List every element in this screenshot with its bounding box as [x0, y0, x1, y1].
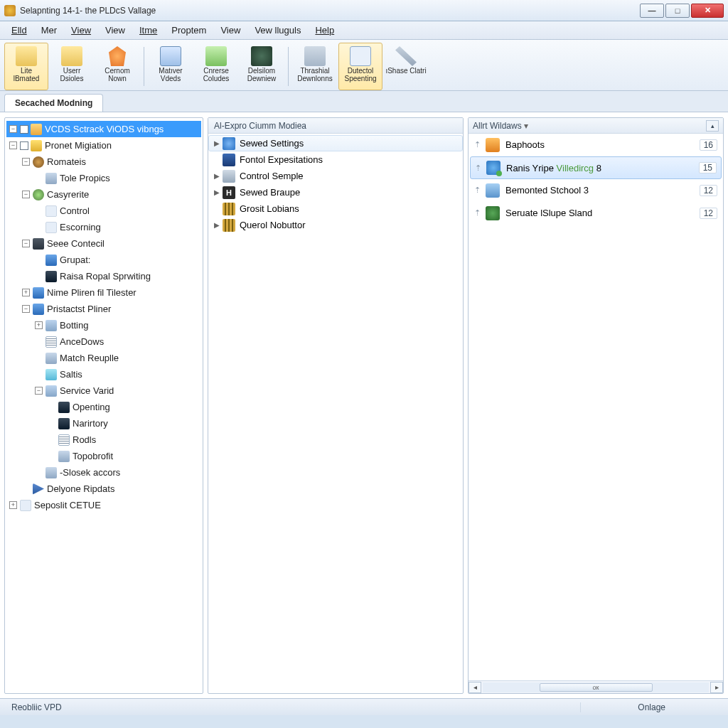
- ic-wrench-icon: [395, 46, 417, 66]
- menu-vew-lluguls[interactable]: Vew lluguls: [247, 23, 308, 38]
- count-badge: 12: [700, 208, 717, 219]
- right-item[interactable]: ⇡Ranis Yripe Villedircg 815: [470, 156, 722, 179]
- toolbar-delsilom[interactable]: DelsilomDewniew: [240, 43, 284, 90]
- expander-icon[interactable]: −: [22, 240, 30, 247]
- tree-pane: −VCDS Sctrack ViODS vibngs−Pronet Migiat…: [4, 117, 203, 694]
- toolbar-shaseclatri[interactable]: ıShase Clatri: [384, 43, 428, 90]
- right-scrollbar[interactable]: ◂ ок ▸: [469, 680, 723, 693]
- tree-item[interactable]: +Botting: [6, 317, 201, 333]
- expander-icon[interactable]: −: [22, 158, 30, 166]
- tree-item[interactable]: −VCDS Sctrack ViODS vibngs: [6, 121, 201, 137]
- tree-item[interactable]: Grupat:: [6, 252, 201, 268]
- tree-item[interactable]: +Nime Pliren fil Tilester: [6, 284, 201, 301]
- expander-icon[interactable]: −: [22, 191, 30, 198]
- tree-item[interactable]: -Slosek accors: [6, 464, 201, 481]
- menu-proptem[interactable]: Proptem: [164, 23, 213, 38]
- ni-gg-icon: [33, 189, 44, 200]
- right-header[interactable]: Allrt Wildaws ▴: [469, 118, 723, 134]
- ni-blank-icon: [20, 500, 31, 511]
- menu-mer[interactable]: Mer: [34, 23, 64, 38]
- expander-icon[interactable]: −: [22, 305, 30, 313]
- tree-item[interactable]: −Service Varid: [6, 382, 201, 399]
- tree-item[interactable]: Topobrofit: [6, 448, 201, 464]
- toolbar-cernom[interactable]: CernomNown: [95, 43, 139, 90]
- close-button[interactable]: ✕: [691, 4, 724, 18]
- right-item[interactable]: ⇡Baphoots16: [469, 134, 723, 156]
- scroll-track[interactable]: ок: [483, 682, 709, 692]
- list-item[interactable]: ▶Sewed Settings: [208, 135, 463, 151]
- window-title: Selapnting 14-1- the PLDcS Vallage: [20, 6, 638, 16]
- tab-secached-modning[interactable]: Secached Modning: [4, 94, 103, 112]
- menu-itme[interactable]: Itme: [132, 23, 164, 38]
- scroll-thumb[interactable]: ок: [540, 683, 653, 692]
- expander-icon[interactable]: +: [9, 501, 17, 509]
- middle-header: Al-Expro Ciumm Modiea: [208, 118, 463, 134]
- tree-item[interactable]: Delyone Ripdats: [6, 481, 201, 497]
- list-label: Fontol Expesitations: [240, 154, 323, 165]
- mi-z-icon: [223, 170, 235, 183]
- right-item[interactable]: ⇡Seruate lSlupe Sland12: [469, 202, 723, 225]
- tree-item[interactable]: −Pristactst Pliner: [6, 301, 201, 317]
- titlebar: Selapnting 14-1- the PLDcS Vallage — □ ✕: [0, 0, 728, 21]
- tree-label: AnceDows: [60, 336, 104, 347]
- toolbar-thrashial[interactable]: ThrashialDewnlonns: [293, 43, 337, 90]
- expander-icon[interactable]: −: [9, 125, 17, 133]
- toolbar-cnrerse[interactable]: CnrerseColudes: [194, 43, 238, 90]
- maximize-button[interactable]: □: [665, 4, 690, 18]
- right-header-label[interactable]: Allrt Wildaws: [473, 121, 528, 131]
- tree-item[interactable]: Match Reuplle: [6, 350, 201, 366]
- tree-item[interactable]: Saltis: [6, 366, 201, 382]
- list-item[interactable]: Grosit Lobians: [208, 200, 463, 217]
- pin-icon: ⇡: [474, 208, 483, 218]
- menubar: Elld Mer View View Itme Proptem View Vew…: [0, 21, 728, 40]
- checkbox[interactable]: [20, 141, 28, 150]
- menu-view-1[interactable]: View: [64, 23, 98, 38]
- tree-item[interactable]: Escorning: [6, 219, 201, 235]
- ri-3-icon: [486, 183, 500, 198]
- tree-item[interactable]: Rodls: [6, 432, 201, 448]
- tree-item[interactable]: Openting: [6, 399, 201, 415]
- tree-item[interactable]: −Pronet Migiation: [6, 137, 201, 154]
- right-list[interactable]: ⇡Baphoots16⇡Ranis Yripe Villedircg 815⇡B…: [469, 134, 723, 680]
- expander-icon[interactable]: −: [35, 387, 43, 395]
- list-item[interactable]: ▶HSewed Braupe: [208, 184, 463, 200]
- expander-icon[interactable]: +: [35, 321, 43, 329]
- tree-item[interactable]: Tole Propics: [6, 170, 201, 186]
- list-item[interactable]: ▶Control Semple: [208, 168, 463, 184]
- tree-label: Grupat:: [60, 255, 90, 265]
- tree-item[interactable]: −Casyrerite: [6, 186, 201, 203]
- scroll-left-icon[interactable]: ◂: [469, 682, 481, 693]
- menu-view-3[interactable]: View: [213, 23, 247, 38]
- toolbar-matver[interactable]: MatıverVdeds: [149, 43, 193, 90]
- tree-item[interactable]: −Romateis: [6, 154, 201, 170]
- menu-help[interactable]: Help: [308, 23, 341, 38]
- list-item[interactable]: Fontol Expesitations: [208, 151, 463, 168]
- tree-item[interactable]: Narirtory: [6, 415, 201, 432]
- right-item[interactable]: ⇡Bemonted Stchool 312: [469, 179, 723, 202]
- ni-list-icon: [46, 336, 57, 348]
- mi-h-icon: H: [223, 186, 235, 199]
- tree-item[interactable]: Raisa Ropal Sprwiting: [6, 268, 201, 284]
- expander-icon[interactable]: −: [9, 141, 17, 149]
- tree-item[interactable]: −Seee Contecil: [6, 235, 201, 252]
- tree-label: Delyone Ripdats: [47, 483, 114, 494]
- tree-item[interactable]: AnceDows: [6, 333, 201, 350]
- toolbar-dutectol[interactable]: DutectolSpeenting: [338, 43, 382, 90]
- menu-file[interactable]: Elld: [4, 23, 34, 38]
- scroll-right-icon[interactable]: ▸: [710, 682, 723, 693]
- toolbar-lite[interactable]: LitelBmated: [4, 43, 48, 90]
- scroll-up-button[interactable]: ▴: [706, 120, 719, 132]
- tree-item[interactable]: +Seposlit CETUE: [6, 497, 201, 513]
- toolbar-userr[interactable]: UserrDsioles: [50, 43, 94, 90]
- minimize-button[interactable]: —: [640, 4, 664, 18]
- navigation-tree[interactable]: −VCDS Sctrack ViODS vibngs−Pronet Migiat…: [5, 118, 203, 693]
- expander-icon[interactable]: +: [22, 289, 30, 296]
- menu-view-2[interactable]: View: [98, 23, 132, 38]
- middle-list[interactable]: ▶Sewed SettingsFontol Expesitations▶Cont…: [208, 134, 463, 693]
- tree-label: Control: [60, 205, 90, 216]
- list-label: Querol Nobuttor: [240, 220, 306, 230]
- checkbox[interactable]: [20, 125, 28, 134]
- list-item[interactable]: ▶Querol Nobuttor: [208, 217, 463, 233]
- tree-item[interactable]: Control: [6, 203, 201, 219]
- list-label: Control Semple: [240, 171, 304, 181]
